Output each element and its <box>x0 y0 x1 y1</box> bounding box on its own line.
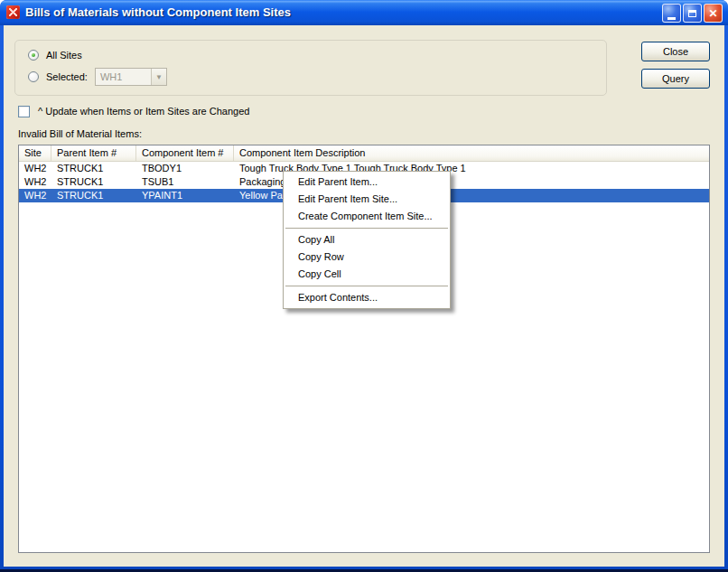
chevron-down-icon[interactable]: ▼ <box>151 69 166 85</box>
context-menu: Edit Parent Item... Edit Parent Item Sit… <box>283 171 451 309</box>
menu-item-export-contents[interactable]: Export Contents... <box>284 289 450 306</box>
sites-groupbox: All Sites Selected: WH1 ▼ <box>14 40 607 96</box>
menu-item-create-component-item-site[interactable]: Create Component Item Site... <box>284 208 450 225</box>
site-select-value: WH1 <box>96 71 151 82</box>
update-checkbox-label: ^ Update when Items or Item Sites are Ch… <box>38 106 249 117</box>
update-checkbox-row[interactable]: ^ Update when Items or Item Sites are Ch… <box>18 105 249 117</box>
column-header-component-item[interactable]: Component Item # <box>136 145 234 161</box>
table-header: Site Parent Item # Component Item # Comp… <box>19 145 709 162</box>
column-header-site[interactable]: Site <box>19 145 51 161</box>
minimize-icon[interactable] <box>662 4 681 23</box>
menu-item-edit-parent-item[interactable]: Edit Parent Item... <box>284 173 450 191</box>
menu-separator <box>285 228 448 229</box>
menu-item-copy-all[interactable]: Copy All <box>284 231 450 248</box>
menu-separator <box>285 286 448 286</box>
menu-item-copy-cell[interactable]: Copy Cell <box>284 266 450 283</box>
selected-site-label: Selected: <box>46 71 88 82</box>
close-window-icon[interactable]: ✕ <box>704 4 723 23</box>
selected-site-radio[interactable] <box>28 71 39 82</box>
update-checkbox[interactable] <box>18 106 30 117</box>
selected-site-option[interactable]: Selected: WH1 ▼ <box>28 70 167 83</box>
column-header-parent-item[interactable]: Parent Item # <box>51 145 136 161</box>
caption-buttons: ✕ <box>662 4 723 23</box>
site-select[interactable]: WH1 ▼ <box>95 68 167 86</box>
titlebar[interactable]: Bills of Materials without Component Ite… <box>0 0 728 25</box>
dialog-window: Bills of Materials without Component Ite… <box>0 0 728 572</box>
all-sites-option[interactable]: All Sites <box>28 49 82 61</box>
window-title: Bills of Materials without Component Ite… <box>25 5 291 19</box>
column-header-description[interactable]: Component Item Description <box>234 145 709 161</box>
close-button[interactable]: Close <box>641 42 710 61</box>
all-sites-radio[interactable] <box>28 50 39 61</box>
app-icon <box>6 5 20 19</box>
menu-item-edit-parent-item-site[interactable]: Edit Parent Item Site... <box>284 191 450 208</box>
all-sites-label: All Sites <box>46 50 82 61</box>
maximize-icon[interactable] <box>683 4 702 23</box>
table-caption: Invalid Bill of Material Items: <box>18 128 142 139</box>
query-button[interactable]: Query <box>641 69 710 89</box>
menu-item-copy-row[interactable]: Copy Row <box>284 248 450 266</box>
